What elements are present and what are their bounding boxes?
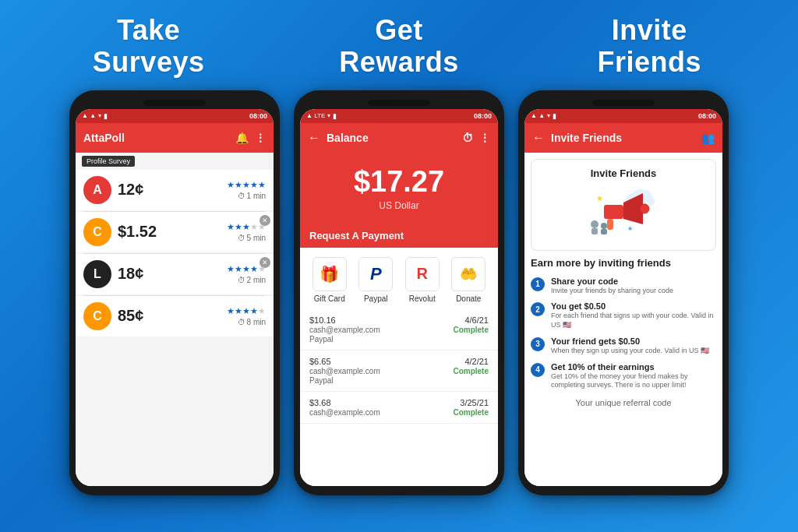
tx-status-3: Complete xyxy=(453,408,489,417)
step-num-3: 3 xyxy=(531,337,545,351)
referral-label: Your unique referral code xyxy=(524,393,722,407)
menu-icon[interactable]: ⋮ xyxy=(255,132,266,144)
tx-email-2: cash@example.com xyxy=(309,367,380,375)
step-desc-1: Invite your friends by sharing your code xyxy=(551,287,673,296)
app-title-1: AttaPoll xyxy=(83,132,235,144)
balance-section: $17.27 US Dollar xyxy=(300,153,498,224)
revolut-label: Revolut xyxy=(409,294,436,303)
survey-item-1[interactable]: A 12¢ ★★★★★ ⏱ 1 min xyxy=(76,170,274,210)
transaction-list: $10.16 4/6/21 cash@example.com Complete … xyxy=(300,309,498,424)
payment-method-revolut[interactable]: R Revolut xyxy=(405,257,440,303)
phone-notch-2 xyxy=(368,100,430,106)
profile-tag: Profile Survey xyxy=(82,156,135,167)
survey-meta-3: ★★★★★ ⏱ 2 min xyxy=(227,264,266,284)
survey-item-4[interactable]: C 85¢ ★★★★★ ⏱ 8 min xyxy=(76,296,274,336)
status-bar-1: ▲ ▲ ▾ ▮ 08:00 xyxy=(76,109,274,123)
survey-item-3[interactable]: ✕ L 18¢ ★★★★★ ⏱ 2 min xyxy=(76,254,274,294)
signal-icon-1: ▲ ▲ xyxy=(82,112,96,119)
step-desc-2: For each friend that signs up with your … xyxy=(551,312,716,329)
invite-step-2: 2 You get $0.50 For each friend that sig… xyxy=(524,298,722,333)
time-4: ⏱ 8 min xyxy=(238,318,266,326)
step-title-1: Share your code xyxy=(551,277,673,286)
step-desc-4: Get 10% of the money your friend makes b… xyxy=(551,372,716,390)
step-text-3: Your friend gets $0.50 When they sign up… xyxy=(551,336,709,356)
app-bar-2: ← Balance ⏱ ⋮ xyxy=(300,123,498,153)
payment-section: Request A Payment 🎁 Gift Card P Paypal xyxy=(300,224,498,486)
wifi-icon-2: ▾ xyxy=(327,112,330,119)
step-text-1: Share your code Invite your friends by s… xyxy=(551,277,673,296)
close-btn-2[interactable]: ✕ xyxy=(260,215,270,226)
survey-amount-1: 12¢ xyxy=(118,181,221,199)
step-num-2: 2 xyxy=(531,302,545,316)
back-arrow-3[interactable]: ← xyxy=(532,131,545,145)
payment-method-giftcard[interactable]: 🎁 Gift Card xyxy=(312,257,347,303)
tx-method-1: Paypal xyxy=(309,335,489,344)
gift-card-label: Gift Card xyxy=(314,294,345,303)
step-num-1: 1 xyxy=(531,277,545,291)
survey-info-3: 18¢ xyxy=(118,265,221,283)
megaphone-svg: ★ ★ xyxy=(588,185,659,236)
phone-screen-2: ▲ LTE ▾ ▮ 08:00 ← Balance ⏱ ⋮ $17.27 US … xyxy=(300,109,498,486)
step-num-4: 4 xyxy=(531,363,545,377)
time-2: ⏱ 5 min xyxy=(238,234,266,242)
time-1: ⏱ 1 min xyxy=(238,192,266,200)
battery-icon-1: ▮ xyxy=(104,112,108,120)
tx-date-2: 4/2/21 xyxy=(464,357,489,366)
tx-method-2: Paypal xyxy=(309,376,489,385)
tx-email-1: cash@example.com xyxy=(309,326,380,334)
step-title-4: Get 10% of their earnings xyxy=(551,362,716,372)
phone-surveys: ▲ ▲ ▾ ▮ 08:00 AttaPoll 🔔 ⋮ Profile Surve… xyxy=(69,90,280,495)
payment-title: Request A Payment xyxy=(300,224,498,248)
survey-meta-1: ★★★★★ ⏱ 1 min xyxy=(227,180,266,200)
survey-amount-2: $1.52 xyxy=(118,223,221,241)
app-bar-1: AttaPoll 🔔 ⋮ xyxy=(76,123,274,153)
survey-info-1: 12¢ xyxy=(118,181,221,199)
balance-currency: US Dollar xyxy=(312,200,486,211)
wifi-icon-1: ▾ xyxy=(98,112,101,119)
balance-amount: $17.27 xyxy=(312,165,486,199)
svg-rect-12 xyxy=(601,229,607,234)
bell-icon[interactable]: 🔔 xyxy=(235,132,249,144)
phone-invite: ▲ ▲ ▾ ▮ 08:00 ← Invite Friends 👥 Invite … xyxy=(518,90,729,495)
hero-title-3: Invite Friends xyxy=(532,14,766,79)
svg-text:★: ★ xyxy=(627,225,633,232)
svg-point-9 xyxy=(591,220,598,228)
transaction-1: $10.16 4/6/21 cash@example.com Complete … xyxy=(300,309,498,351)
payment-method-paypal[interactable]: P Paypal xyxy=(358,257,393,303)
invite-card: Invite Friends xyxy=(531,159,716,251)
survey-amount-4: 85¢ xyxy=(118,307,221,325)
step-title-2: You get $0.50 xyxy=(551,301,716,311)
survey-info-2: $1.52 xyxy=(118,223,221,241)
status-time-2: 08:00 xyxy=(474,112,492,120)
phone-screen-3: ▲ ▲ ▾ ▮ 08:00 ← Invite Friends 👥 Invite … xyxy=(524,109,722,486)
battery-icon-2: ▮ xyxy=(333,112,337,120)
phone-balance: ▲ LTE ▾ ▮ 08:00 ← Balance ⏱ ⋮ $17.27 US … xyxy=(294,90,504,495)
time-3: ⏱ 2 min xyxy=(238,276,266,284)
revolut-icon: R xyxy=(405,257,440,291)
survey-item-2[interactable]: ✕ C $1.52 ★★★★★ ⏱ 5 min xyxy=(76,212,274,252)
survey-info-4: 85¢ xyxy=(118,307,221,325)
donate-icon: 🤲 xyxy=(451,257,486,291)
back-arrow-2[interactable]: ← xyxy=(308,131,320,145)
paypal-label: Paypal xyxy=(364,294,388,303)
history-icon[interactable]: ⏱ xyxy=(462,132,473,144)
status-time-3: 08:00 xyxy=(698,112,716,120)
phone-notch-1 xyxy=(143,100,206,106)
payment-method-donate[interactable]: 🤲 Donate xyxy=(451,257,486,303)
invite-step-3: 3 Your friend gets $0.50 When they sign … xyxy=(524,333,722,359)
hero-titles: Take Surveys Get Rewards Invite Friends xyxy=(0,0,798,86)
close-btn-3[interactable]: ✕ xyxy=(260,257,270,268)
phone-notch-3 xyxy=(592,100,655,106)
tx-amount-2: $6.65 xyxy=(309,357,331,366)
people-icon[interactable]: 👥 xyxy=(701,132,715,144)
svg-point-5 xyxy=(640,204,649,213)
svg-rect-10 xyxy=(591,228,598,234)
tx-date-3: 3/25/21 xyxy=(460,398,489,407)
app-bar-icons-1: 🔔 ⋮ xyxy=(235,132,266,144)
invite-heading: Earn more by inviting friends xyxy=(524,257,722,269)
invite-step-1: 1 Share your code Invite your friends by… xyxy=(524,273,722,299)
menu-icon-2[interactable]: ⋮ xyxy=(479,132,490,144)
paypal-icon: P xyxy=(358,257,393,291)
step-desc-3: When they sign up using your code. Valid… xyxy=(551,347,709,356)
svg-rect-3 xyxy=(604,205,623,219)
